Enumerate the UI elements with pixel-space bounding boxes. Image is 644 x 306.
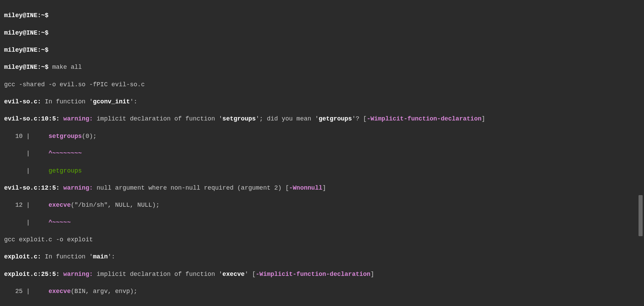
file-ref: evil-so.c:: [4, 98, 41, 105]
warning-tag: warning:: [63, 184, 93, 191]
file-ref: exploit.c:: [4, 253, 41, 260]
warning-flag: -Wimplicit-function-declaration: [367, 115, 482, 122]
command-make: make all: [52, 64, 82, 71]
prompt: miley@INE:~$: [4, 64, 49, 71]
prompt: miley@INE:~$: [4, 47, 49, 53]
code-snippet: execve: [49, 288, 71, 295]
caret-underline: ^~~~~~~~~: [49, 150, 82, 157]
warning-flag: -Wnonnull: [289, 184, 322, 191]
code-snippet: setgroups: [49, 133, 82, 140]
prompt: miley@INE:~$: [4, 29, 49, 36]
scrollbar-thumb[interactable]: [639, 195, 643, 236]
warning-location: evil-so.c:10:5:: [4, 115, 60, 122]
gcc-line-2: gcc exploit.c -o exploit: [4, 236, 93, 243]
warning-location: exploit.c:25:5:: [4, 271, 60, 278]
warning-tag: warning:: [63, 271, 93, 278]
warning-flag: -Wimplicit-function-declaration: [256, 271, 371, 278]
caret-underline: ^~~~~~: [49, 219, 71, 226]
gcc-line-1: gcc -shared -o evil.so -fPIC evil-so.c: [4, 81, 145, 88]
warning-location: evil-so.c:12:5:: [4, 184, 60, 191]
terminal-output[interactable]: miley@INE:~$ miley@INE:~$ miley@INE:~$ m…: [4, 3, 640, 303]
scrollbar[interactable]: [639, 3, 643, 303]
warning-tag: warning:: [63, 115, 93, 122]
suggestion: getgroups: [49, 167, 82, 174]
code-snippet: execve: [49, 202, 71, 208]
prompt: miley@INE:~$: [4, 12, 49, 19]
